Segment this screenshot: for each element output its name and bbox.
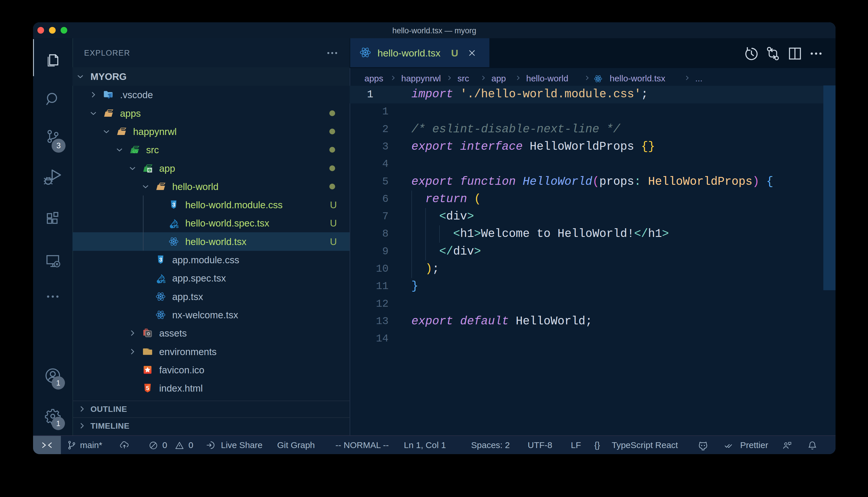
svg-text:TS: TS: [160, 279, 166, 284]
svg-text:TS: TS: [173, 224, 179, 228]
svg-text:3: 3: [172, 202, 175, 208]
svg-text:3: 3: [159, 257, 162, 263]
svg-text:5: 5: [146, 385, 149, 391]
